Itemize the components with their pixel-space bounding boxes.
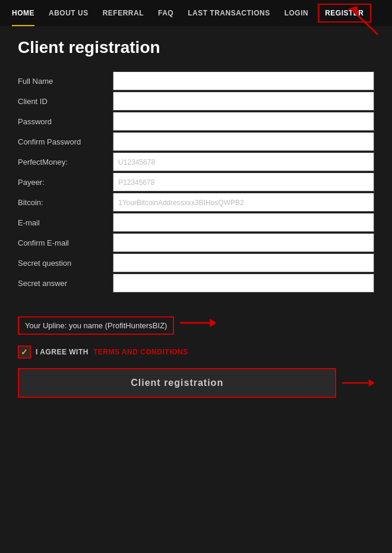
input-secret_question[interactable] [113,253,374,272]
agree-label: I AGREE WITH [36,348,88,356]
label-fullname: Full Name [18,77,113,86]
submit-row: Client registration [18,368,374,398]
form-row-clientid: Client ID [18,92,374,111]
registration-form: Full NameClient IDPasswordConfirm Passwo… [18,71,374,293]
label-secret_question: Secret question [18,259,113,268]
nav-item-faq[interactable]: FAQ [151,0,181,26]
form-row-bitcoin: Bitcoin: [18,193,374,212]
label-secret_answer: Secret answer [18,279,113,288]
form-row-email: E-mail [18,213,374,232]
checkmark-icon: ✓ [21,347,28,357]
input-fullname[interactable] [113,71,374,90]
form-row-fullname: Full Name [18,71,374,90]
terms-checkbox-row: ✓ I AGREE WITH TERMS AND CONDITIONS [18,345,374,359]
svg-marker-5 [369,379,374,387]
nav-item-referral[interactable]: REFERRAL [96,0,151,26]
label-perfectmoney: PerfectMoney: [18,158,113,166]
input-confirm_password[interactable] [113,132,374,151]
input-confirm_email[interactable] [113,233,374,252]
input-clientid[interactable] [113,92,374,111]
label-password: Password [18,117,113,126]
form-row-secret_answer: Secret answer [18,274,374,293]
nav-item-login[interactable]: LOGIN [277,0,316,26]
upline-box: Your Upline: you name (ProfitHuntersBIZ) [18,316,174,335]
upline-arrow [180,316,216,330]
submit-button[interactable]: Client registration [18,368,336,398]
submit-arrow [342,376,374,390]
input-secret_answer[interactable] [113,274,374,293]
input-perfectmoney[interactable] [113,152,374,171]
label-confirm_password: Confirm Password [18,137,113,146]
agree-checkbox[interactable]: ✓ [18,345,31,359]
input-payeer[interactable] [113,172,374,191]
input-email[interactable] [113,213,374,232]
nav-item-transactions[interactable]: LAST TRANSACTIONS [181,0,277,26]
svg-marker-3 [210,319,216,327]
page-title: Client registration [18,38,374,57]
form-row-secret_question: Secret question [18,253,374,272]
terms-link[interactable]: TERMS AND CONDITIONS [93,348,188,356]
nav-item-register[interactable]: REGISTER [318,4,371,23]
form-row-confirm_email: Confirm E-mail [18,233,374,252]
label-email: E-mail [18,218,113,227]
form-row-perfectmoney: PerfectMoney: [18,152,374,171]
form-row-confirm_password: Confirm Password [18,132,374,151]
label-clientid: Client ID [18,97,113,106]
nav-item-about[interactable]: ABOUT US [42,0,96,26]
upline-text: Your Upline: you name (ProfitHuntersBIZ) [25,321,167,330]
label-bitcoin: Bitcoin: [18,198,113,207]
label-payeer: Payeer: [18,178,113,187]
input-password[interactable] [113,112,374,131]
nav-item-home[interactable]: HOME [5,0,42,26]
main-navigation: HOMEABOUT USREFERRALFAQLAST TRANSACTIONS… [0,0,392,26]
label-confirm_email: Confirm E-mail [18,238,113,247]
input-bitcoin[interactable] [113,193,374,212]
form-row-password: Password [18,112,374,131]
form-row-payeer: Payeer: [18,172,374,191]
upline-row: Your Upline: you name (ProfitHuntersBIZ) [18,304,374,341]
